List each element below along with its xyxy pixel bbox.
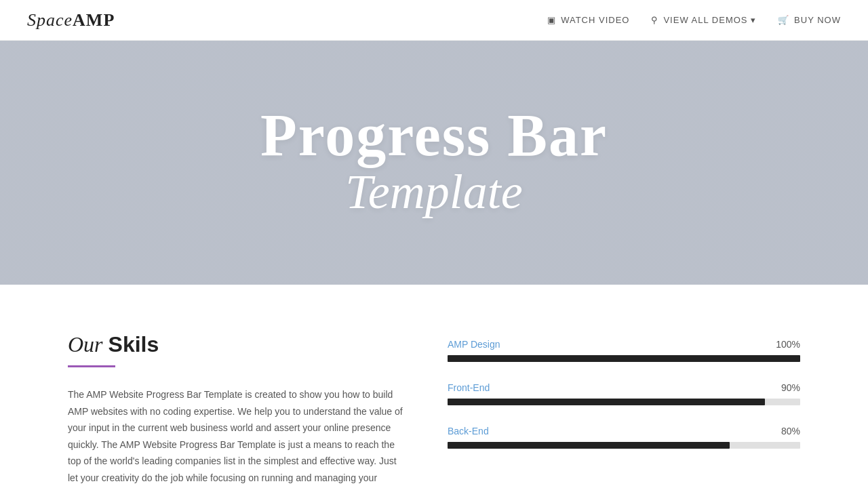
nav-view-all-demos-label: VIEW ALL DEMOS ▾ xyxy=(663,15,756,25)
skill-item: Back-End 80% xyxy=(448,426,800,449)
cart-icon: 🛒 xyxy=(778,15,789,25)
progress-track-1 xyxy=(448,399,800,405)
skill-name-2: Back-End xyxy=(448,426,489,436)
logo-bold: AMP xyxy=(73,10,115,30)
hero-section: Progress Bar Template xyxy=(0,41,868,285)
hero-content: Progress Bar Template xyxy=(260,106,608,219)
logo-italic: Space xyxy=(27,10,73,30)
skill-name-0: AMP Design xyxy=(448,339,500,350)
heading-bold: Skils xyxy=(108,332,159,357)
skills-right: AMP Design 100% Front-End 90% Back-End 8… xyxy=(448,332,800,488)
skill-header-1: Front-End 90% xyxy=(448,382,800,393)
heading-italic: Our xyxy=(68,332,103,357)
progress-fill-2 xyxy=(448,442,730,449)
nav-buy-now[interactable]: 🛒 BUY NOW xyxy=(778,15,841,25)
skill-name-1: Front-End xyxy=(448,382,490,393)
nav-links: ▣ WATCH VIDEO ⚲ VIEW ALL DEMOS ▾ 🛒 BUY N… xyxy=(547,15,841,25)
skill-item: AMP Design 100% xyxy=(448,339,800,362)
skill-header-2: Back-End 80% xyxy=(448,426,800,436)
skills-heading: Our Skils xyxy=(68,332,407,357)
hero-title-main: Progress Bar xyxy=(260,106,608,165)
video-icon: ▣ xyxy=(547,15,556,25)
hero-title-sub: Template xyxy=(260,165,608,219)
skill-percent-0: 100% xyxy=(776,339,800,350)
progress-fill-0 xyxy=(448,355,800,362)
main-section: Our Skils The AMP Website Progress Bar T… xyxy=(0,285,868,488)
skill-percent-2: 80% xyxy=(781,426,800,436)
nav-buy-now-label: BUY NOW xyxy=(794,15,841,25)
skill-percent-1: 90% xyxy=(781,382,800,393)
progress-track-2 xyxy=(448,442,800,449)
skill-item: Front-End 90% xyxy=(448,382,800,405)
progress-fill-1 xyxy=(448,399,765,405)
nav-watch-video-label: WATCH VIDEO xyxy=(561,15,629,25)
progress-track-0 xyxy=(448,355,800,362)
nav-view-all-demos[interactable]: ⚲ VIEW ALL DEMOS ▾ xyxy=(651,15,756,25)
logo[interactable]: SpaceAMP xyxy=(27,10,115,30)
skills-description: The AMP Website Progress Bar Template is… xyxy=(68,386,407,488)
navbar: SpaceAMP ▣ WATCH VIDEO ⚲ VIEW ALL DEMOS … xyxy=(0,0,868,41)
skills-left: Our Skils The AMP Website Progress Bar T… xyxy=(68,332,407,488)
heading-underline xyxy=(68,365,115,367)
nav-watch-video[interactable]: ▣ WATCH VIDEO xyxy=(547,15,629,25)
skill-header-0: AMP Design 100% xyxy=(448,339,800,350)
search-icon: ⚲ xyxy=(651,15,658,25)
